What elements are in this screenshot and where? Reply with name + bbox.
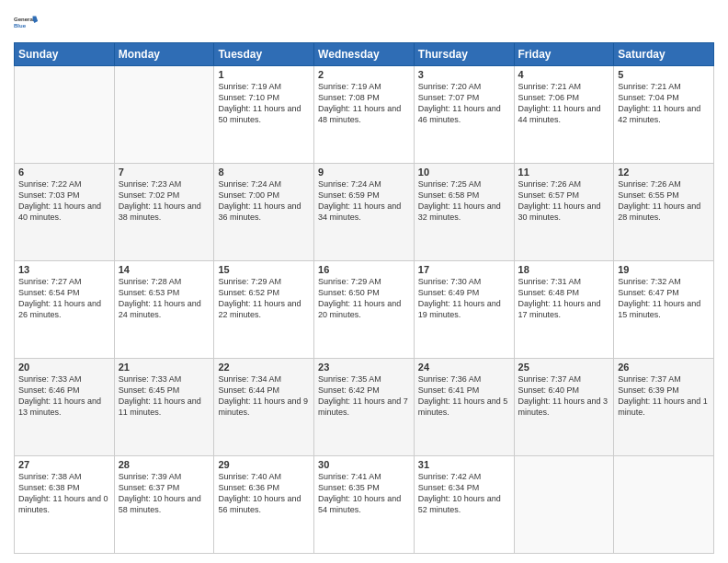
cell-info: Sunrise: 7:37 AMSunset: 6:40 PMDaylight:… <box>518 373 610 419</box>
cell-info: Sunrise: 7:39 AMSunset: 6:37 PMDaylight:… <box>119 471 210 516</box>
day-number: 8 <box>218 167 310 178</box>
calendar-cell: 22Sunrise: 7:34 AMSunset: 6:44 PMDayligh… <box>214 359 314 456</box>
day-number: 10 <box>418 167 510 178</box>
cell-info: Sunrise: 7:33 AMSunset: 6:45 PMDaylight:… <box>119 373 210 419</box>
day-number: 30 <box>318 459 410 470</box>
calendar-cell: 15Sunrise: 7:29 AMSunset: 6:52 PMDayligh… <box>214 261 314 359</box>
cell-info: Sunrise: 7:40 AMSunset: 6:36 PMDaylight:… <box>218 471 310 516</box>
day-number: 5 <box>618 69 710 80</box>
calendar-cell: 4Sunrise: 7:21 AMSunset: 7:06 PMDaylight… <box>514 66 614 164</box>
calendar-cell: 27Sunrise: 7:38 AMSunset: 6:38 PMDayligh… <box>15 456 115 554</box>
day-number: 16 <box>318 264 410 275</box>
day-number: 15 <box>218 264 310 275</box>
calendar-cell: 31Sunrise: 7:42 AMSunset: 6:34 PMDayligh… <box>414 456 514 554</box>
calendar-cell <box>614 456 714 554</box>
day-number: 13 <box>18 264 110 275</box>
calendar-cell: 24Sunrise: 7:36 AMSunset: 6:41 PMDayligh… <box>414 359 514 456</box>
calendar-week-row: 6Sunrise: 7:22 AMSunset: 7:03 PMDaylight… <box>15 164 714 261</box>
day-number: 9 <box>318 167 410 178</box>
calendar-cell: 3Sunrise: 7:20 AMSunset: 7:07 PMDaylight… <box>414 66 514 164</box>
logo: GeneralBlue <box>14 9 40 35</box>
calendar-cell <box>114 66 214 164</box>
calendar-cell: 9Sunrise: 7:24 AMSunset: 6:59 PMDaylight… <box>314 164 415 261</box>
day-number: 31 <box>418 459 510 470</box>
calendar-cell: 28Sunrise: 7:39 AMSunset: 6:37 PMDayligh… <box>114 456 214 554</box>
day-number: 12 <box>618 167 710 178</box>
cell-info: Sunrise: 7:28 AMSunset: 6:53 PMDaylight:… <box>119 276 210 321</box>
calendar-cell: 17Sunrise: 7:30 AMSunset: 6:49 PMDayligh… <box>414 261 514 359</box>
calendar-cell: 11Sunrise: 7:26 AMSunset: 6:57 PMDayligh… <box>514 164 614 261</box>
day-number: 17 <box>418 264 510 275</box>
day-number: 4 <box>518 69 610 80</box>
cell-info: Sunrise: 7:24 AMSunset: 6:59 PMDaylight:… <box>318 178 410 224</box>
day-of-week-header: Thursday <box>414 43 514 66</box>
calendar-week-row: 13Sunrise: 7:27 AMSunset: 6:54 PMDayligh… <box>15 261 714 359</box>
calendar-cell: 13Sunrise: 7:27 AMSunset: 6:54 PMDayligh… <box>15 261 115 359</box>
day-of-week-header: Sunday <box>15 43 115 66</box>
day-number: 27 <box>18 459 110 470</box>
calendar-cell: 25Sunrise: 7:37 AMSunset: 6:40 PMDayligh… <box>514 359 614 456</box>
calendar-cell: 2Sunrise: 7:19 AMSunset: 7:08 PMDaylight… <box>314 66 415 164</box>
cell-info: Sunrise: 7:35 AMSunset: 6:42 PMDaylight:… <box>318 373 410 419</box>
cell-info: Sunrise: 7:33 AMSunset: 6:46 PMDaylight:… <box>18 373 110 419</box>
calendar-cell: 14Sunrise: 7:28 AMSunset: 6:53 PMDayligh… <box>114 261 214 359</box>
cell-info: Sunrise: 7:29 AMSunset: 6:52 PMDaylight:… <box>218 276 310 321</box>
calendar-cell: 23Sunrise: 7:35 AMSunset: 6:42 PMDayligh… <box>314 359 415 456</box>
cell-info: Sunrise: 7:21 AMSunset: 7:06 PMDaylight:… <box>518 81 610 126</box>
day-number: 25 <box>518 362 610 373</box>
cell-info: Sunrise: 7:19 AMSunset: 7:10 PMDaylight:… <box>218 81 310 126</box>
calendar-cell: 19Sunrise: 7:32 AMSunset: 6:47 PMDayligh… <box>614 261 714 359</box>
cell-info: Sunrise: 7:36 AMSunset: 6:41 PMDaylight:… <box>418 373 510 419</box>
calendar-cell: 5Sunrise: 7:21 AMSunset: 7:04 PMDaylight… <box>614 66 714 164</box>
calendar-cell: 18Sunrise: 7:31 AMSunset: 6:48 PMDayligh… <box>514 261 614 359</box>
day-number: 19 <box>618 264 710 275</box>
page: GeneralBlue SundayMondayTuesdayWednesday… <box>0 0 728 563</box>
cell-info: Sunrise: 7:31 AMSunset: 6:48 PMDaylight:… <box>518 276 610 321</box>
calendar-cell: 1Sunrise: 7:19 AMSunset: 7:10 PMDaylight… <box>214 66 314 164</box>
cell-info: Sunrise: 7:23 AMSunset: 7:02 PMDaylight:… <box>119 178 210 224</box>
day-of-week-header: Saturday <box>614 43 714 66</box>
day-number: 29 <box>218 459 310 470</box>
cell-info: Sunrise: 7:26 AMSunset: 6:55 PMDaylight:… <box>618 178 710 224</box>
calendar-cell: 16Sunrise: 7:29 AMSunset: 6:50 PMDayligh… <box>314 261 415 359</box>
day-number: 28 <box>119 459 210 470</box>
calendar-cell <box>15 66 115 164</box>
day-number: 2 <box>318 69 410 80</box>
cell-info: Sunrise: 7:21 AMSunset: 7:04 PMDaylight:… <box>618 81 710 126</box>
calendar-week-row: 1Sunrise: 7:19 AMSunset: 7:10 PMDaylight… <box>15 66 714 164</box>
day-number: 24 <box>418 362 510 373</box>
svg-text:Blue: Blue <box>14 23 27 29</box>
cell-info: Sunrise: 7:22 AMSunset: 7:03 PMDaylight:… <box>18 178 110 224</box>
calendar-cell: 21Sunrise: 7:33 AMSunset: 6:45 PMDayligh… <box>114 359 214 456</box>
calendar-cell: 7Sunrise: 7:23 AMSunset: 7:02 PMDaylight… <box>114 164 214 261</box>
day-number: 20 <box>18 362 110 373</box>
cell-info: Sunrise: 7:34 AMSunset: 6:44 PMDaylight:… <box>218 373 310 419</box>
cell-info: Sunrise: 7:38 AMSunset: 6:38 PMDaylight:… <box>18 471 110 516</box>
day-number: 14 <box>119 264 210 275</box>
svg-text:General: General <box>14 17 35 22</box>
day-of-week-header: Tuesday <box>214 43 314 66</box>
calendar-cell: 26Sunrise: 7:37 AMSunset: 6:39 PMDayligh… <box>614 359 714 456</box>
day-number: 3 <box>418 69 510 80</box>
calendar-cell: 20Sunrise: 7:33 AMSunset: 6:46 PMDayligh… <box>15 359 115 456</box>
cell-info: Sunrise: 7:19 AMSunset: 7:08 PMDaylight:… <box>318 81 410 126</box>
day-number: 26 <box>618 362 710 373</box>
day-number: 11 <box>518 167 610 178</box>
cell-info: Sunrise: 7:37 AMSunset: 6:39 PMDaylight:… <box>618 373 710 419</box>
day-number: 1 <box>218 69 310 80</box>
cell-info: Sunrise: 7:24 AMSunset: 7:00 PMDaylight:… <box>218 178 310 224</box>
cell-info: Sunrise: 7:29 AMSunset: 6:50 PMDaylight:… <box>318 276 410 321</box>
day-of-week-header: Wednesday <box>314 43 415 66</box>
logo-icon: GeneralBlue <box>14 9 40 35</box>
calendar-header-row: SundayMondayTuesdayWednesdayThursdayFrid… <box>15 43 714 66</box>
day-number: 18 <box>518 264 610 275</box>
day-number: 7 <box>119 167 210 178</box>
day-number: 21 <box>119 362 210 373</box>
calendar-cell: 6Sunrise: 7:22 AMSunset: 7:03 PMDaylight… <box>15 164 115 261</box>
day-of-week-header: Friday <box>514 43 614 66</box>
day-of-week-header: Monday <box>114 43 214 66</box>
cell-info: Sunrise: 7:25 AMSunset: 6:58 PMDaylight:… <box>418 178 510 224</box>
cell-info: Sunrise: 7:42 AMSunset: 6:34 PMDaylight:… <box>418 471 510 516</box>
cell-info: Sunrise: 7:32 AMSunset: 6:47 PMDaylight:… <box>618 276 710 321</box>
calendar-cell: 30Sunrise: 7:41 AMSunset: 6:35 PMDayligh… <box>314 456 415 554</box>
